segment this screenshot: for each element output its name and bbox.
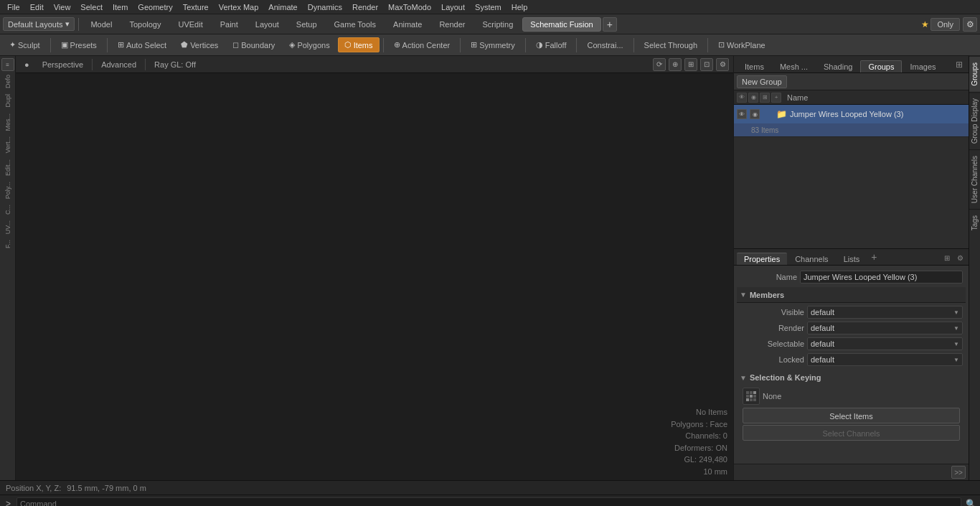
- only-button[interactable]: Only: [930, 18, 960, 31]
- tab-model[interactable]: Model: [83, 17, 120, 32]
- menu-view[interactable]: View: [50, 2, 75, 12]
- tab-game-tools[interactable]: Game Tools: [326, 17, 385, 32]
- viewport-quality[interactable]: Advanced: [97, 59, 141, 70]
- tab-topology[interactable]: Topology: [121, 17, 169, 32]
- left-label-edit[interactable]: Edit...: [3, 158, 13, 177]
- viewport-mode-toggle[interactable]: ●: [20, 59, 34, 70]
- gear-button[interactable]: ⚙: [963, 17, 977, 32]
- menu-dynamics[interactable]: Dynamics: [303, 2, 347, 12]
- items-button[interactable]: ⬡ Items: [338, 37, 380, 52]
- menu-edit[interactable]: Edit: [26, 2, 48, 12]
- select-items-button[interactable]: Select Items: [743, 408, 960, 423]
- symmetry-button[interactable]: ⊞ Symmetry: [464, 37, 522, 52]
- vt-tab-groups[interactable]: Groups: [969, 56, 980, 92]
- vt-tab-user-channels[interactable]: User Channels: [969, 149, 980, 209]
- tab-shading[interactable]: Shading: [816, 60, 860, 72]
- render-dropdown[interactable]: default ▼: [807, 322, 963, 334]
- left-label-dupl[interactable]: Dupl: [3, 93, 13, 109]
- viewport-icon-settings[interactable]: ⚙: [716, 58, 729, 71]
- left-label-c[interactable]: C...: [3, 203, 13, 216]
- vt-tab-tags[interactable]: Tags: [969, 209, 980, 236]
- auto-select-button[interactable]: ⊞ Auto Select: [111, 37, 173, 52]
- falloff-button[interactable]: ◑ Falloff: [529, 37, 573, 52]
- tab-groups[interactable]: Groups: [860, 60, 902, 72]
- name-input[interactable]: [800, 271, 963, 284]
- properties-tab-expand-icon[interactable]: ⊞: [941, 252, 953, 263]
- viewport-icon-maximize[interactable]: ⊡: [700, 58, 713, 71]
- gi-eye-icon[interactable]: 👁: [737, 109, 747, 119]
- command-search-icon[interactable]: 🔍: [964, 497, 977, 507]
- action-center-button[interactable]: ⊕ Action Center: [387, 37, 457, 52]
- left-label-uv[interactable]: UV...: [3, 219, 13, 235]
- tab-setup[interactable]: Setup: [288, 17, 325, 32]
- sculpt-button[interactable]: ✦ Sculpt: [3, 37, 47, 52]
- tab-scripting[interactable]: Scripting: [475, 17, 522, 32]
- tab-images[interactable]: Images: [902, 60, 943, 72]
- new-group-button[interactable]: New Group: [737, 75, 787, 88]
- group-item-1[interactable]: 👁 ◉ 📁 Jumper Wires Looped Yellow (3): [734, 105, 969, 123]
- properties-tab-plus[interactable]: +: [867, 250, 880, 263]
- tab-animate[interactable]: Animate: [385, 17, 430, 32]
- tab-mesh[interactable]: Mesh ...: [772, 60, 816, 72]
- menu-render[interactable]: Render: [348, 2, 382, 12]
- select-channels-button[interactable]: Select Channels: [743, 425, 960, 441]
- tab-render[interactable]: Render: [431, 17, 473, 32]
- layout-selector[interactable]: Default Layouts ▾: [3, 17, 75, 31]
- presets-button[interactable]: ▣ Presets: [55, 37, 103, 52]
- select-through-button[interactable]: Select Through: [638, 38, 704, 52]
- tab-layout[interactable]: Layout: [248, 17, 287, 32]
- menu-item[interactable]: Item: [108, 2, 132, 12]
- properties-tab-settings-icon[interactable]: ⚙: [954, 252, 966, 263]
- locked-dropdown[interactable]: default ▼: [807, 353, 963, 366]
- visible-dropdown[interactable]: default ▼: [807, 306, 963, 319]
- forward-button[interactable]: >>: [951, 466, 966, 479]
- menu-animate[interactable]: Animate: [264, 2, 301, 12]
- pt-tab-properties[interactable]: Properties: [737, 253, 787, 265]
- viewport-raygl[interactable]: Ray GL: Off: [150, 59, 200, 70]
- command-input[interactable]: [17, 497, 961, 507]
- tab-items[interactable]: Items: [737, 60, 772, 72]
- vertices-button[interactable]: ⬟ Vertices: [174, 37, 225, 52]
- left-label-poly[interactable]: Poly...: [3, 180, 13, 200]
- menu-layout[interactable]: Layout: [437, 2, 469, 12]
- sk-grid-icon[interactable]: [743, 388, 760, 405]
- menu-select[interactable]: Select: [76, 2, 107, 12]
- polygons-button[interactable]: ◈ Polygons: [283, 37, 336, 52]
- boundary-button[interactable]: ◻ Boundary: [226, 37, 281, 52]
- right-tabs-expand-icon[interactable]: ⊞: [953, 58, 966, 71]
- menu-texture[interactable]: Texture: [179, 2, 213, 12]
- left-label-defo[interactable]: Defo: [3, 73, 13, 90]
- add-tab-button[interactable]: +: [603, 17, 617, 32]
- viewport-icon-zoom[interactable]: ⊕: [669, 58, 682, 71]
- viewport-icon-rotate[interactable]: ⟳: [653, 58, 666, 71]
- sk-section-header[interactable]: ▼ Selection & Keying: [740, 370, 963, 385]
- tab-paint[interactable]: Paint: [212, 17, 246, 32]
- groups-col-render-icon[interactable]: ◉: [748, 93, 758, 103]
- viewport[interactable]: ● Perspective Advanced Ray GL: Off ⟳ ⊕ ⊞…: [16, 56, 733, 480]
- menu-maxtomod[interactable]: MaxToModo: [384, 2, 435, 12]
- menu-help[interactable]: Help: [507, 2, 532, 12]
- left-label-vert[interactable]: Vert...: [3, 135, 13, 155]
- groups-col-eye-icon[interactable]: 👁: [737, 93, 747, 103]
- constrain-button[interactable]: Constrai...: [580, 38, 629, 52]
- command-arrow[interactable]: >: [3, 499, 14, 507]
- selectable-dropdown[interactable]: default ▼: [807, 337, 963, 350]
- viewport-perspective[interactable]: Perspective: [38, 59, 88, 70]
- menu-file[interactable]: File: [3, 2, 24, 12]
- left-label-f[interactable]: F...: [3, 238, 13, 250]
- menu-geometry[interactable]: Geometry: [133, 2, 176, 12]
- members-section-header[interactable]: ▼ Members: [737, 287, 966, 303]
- left-label-mesh[interactable]: Mes...: [3, 112, 13, 133]
- menu-vertex-map[interactable]: Vertex Map: [215, 2, 263, 12]
- tab-schematic-fusion[interactable]: Schematic Fusion: [522, 17, 600, 32]
- pt-tab-lists[interactable]: Lists: [837, 253, 867, 265]
- menu-system[interactable]: System: [471, 2, 506, 12]
- gi-render-icon[interactable]: ◉: [750, 109, 760, 119]
- vt-tab-group-display[interactable]: Group Display: [969, 92, 980, 149]
- viewport-icon-fit[interactable]: ⊞: [684, 58, 697, 71]
- workplane-button[interactable]: ⊡ WorkPlane: [712, 37, 772, 52]
- groups-col-extra-icon[interactable]: +: [771, 93, 781, 103]
- viewport-canvas[interactable]: X Y Z No Items Polygons : Face Channels:…: [16, 73, 733, 480]
- pt-tab-channels[interactable]: Channels: [788, 253, 835, 265]
- left-btn-1[interactable]: ≡: [1, 58, 14, 71]
